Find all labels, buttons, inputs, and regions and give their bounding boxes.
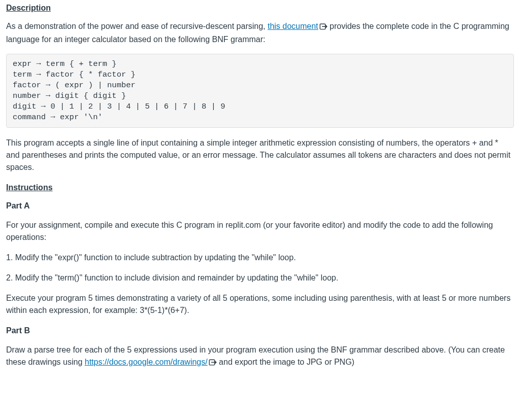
external-link-icon [319,21,328,33]
external-link-icon [209,357,217,369]
part-a-label: Part A [6,200,514,212]
part-a-item-2: 2. Modify the "term()" function to inclu… [6,272,514,284]
description-heading: Description [6,2,514,14]
intro-text-before: As a demonstration of the power and ease… [6,22,268,30]
drawings-link[interactable]: https://docs.google.com/drawings/ [85,358,208,366]
part-b-label: Part B [6,325,514,337]
part-a-exec: Execute your program 5 times demonstrati… [6,292,514,317]
part-a-intro: For your assignment, compile and execute… [6,219,514,243]
instructions-heading: Instructions [6,182,514,194]
part-b-text-after: and export the image to JPG or PNG) [217,358,354,366]
intro-paragraph: As a demonstration of the power and ease… [6,20,514,46]
part-a-item-1: 1. Modify the "expr()" function to inclu… [6,252,514,264]
this-document-link[interactable]: this document [268,22,318,30]
bnf-code-block: expr → term { + term } term → factor { *… [6,54,514,128]
part-b-paragraph: Draw a parse tree for each of the 5 expr… [6,344,514,369]
post-code-paragraph: This program accepts a single line of in… [6,137,514,173]
